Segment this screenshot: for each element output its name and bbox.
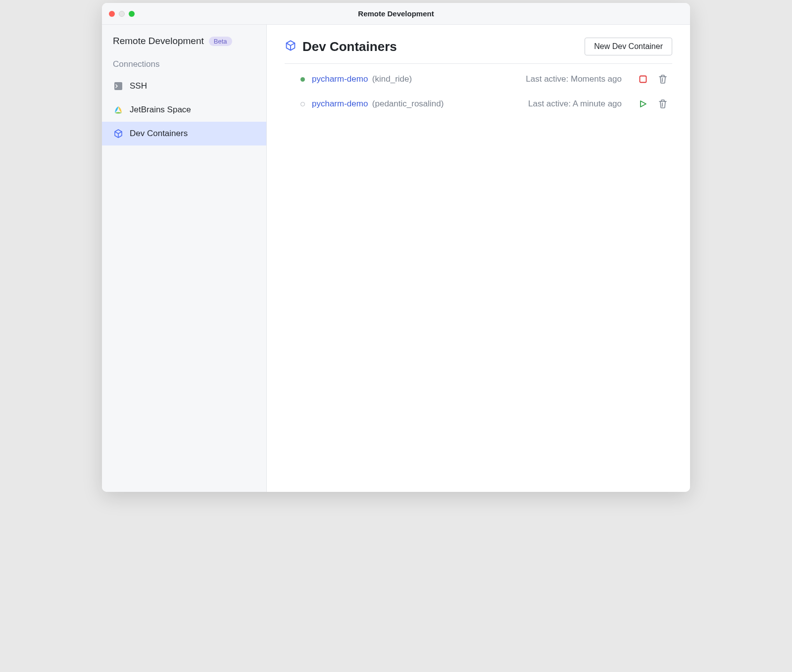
row-actions	[638, 98, 668, 109]
new-dev-container-button[interactable]: New Dev Container	[585, 38, 672, 55]
container-subname: (pedantic_rosalind)	[372, 99, 444, 108]
svg-rect-1	[640, 76, 646, 83]
run-container-button[interactable]	[638, 98, 648, 109]
window-body: Remote Development Beta Connections SSH	[102, 25, 690, 492]
container-row[interactable]: pycharm-demo (kind_ride) Last active: Mo…	[285, 67, 672, 92]
last-active-label: Last active: Moments ago	[526, 74, 622, 84]
container-subname: (kind_ride)	[372, 74, 412, 84]
sidebar-section-label: Connections	[102, 53, 266, 74]
trash-icon	[658, 74, 667, 84]
stop-container-button[interactable]	[638, 74, 648, 85]
sidebar-item-label: Dev Containers	[130, 129, 188, 139]
container-row[interactable]: pycharm-demo (pedantic_rosalind) Last ac…	[285, 92, 672, 116]
sidebar-title: Remote Development	[113, 36, 204, 47]
sidebar-item-label: SSH	[130, 81, 147, 91]
divider	[285, 63, 672, 64]
window-close-button[interactable]	[109, 11, 115, 17]
svg-rect-0	[114, 82, 122, 90]
main-content: Dev Containers New Dev Container pycharm…	[267, 25, 690, 492]
cube-icon	[113, 128, 124, 139]
trash-icon	[658, 99, 667, 109]
terminal-icon	[113, 81, 124, 92]
main-header: Dev Containers New Dev Container	[285, 38, 672, 55]
status-dot-running-icon	[300, 77, 305, 82]
sidebar: Remote Development Beta Connections SSH	[102, 25, 267, 492]
window-title: Remote Development	[102, 9, 690, 18]
window-maximize-button[interactable]	[129, 11, 135, 17]
play-icon	[639, 99, 647, 108]
sidebar-item-jetbrains-space[interactable]: JetBrains Space	[102, 98, 266, 122]
sidebar-item-dev-containers[interactable]: Dev Containers	[102, 122, 266, 145]
cube-icon	[285, 40, 297, 53]
last-active-label: Last active: A minute ago	[528, 99, 622, 109]
space-icon	[113, 104, 124, 115]
stop-icon	[639, 75, 647, 84]
sidebar-item-label: JetBrains Space	[130, 105, 191, 115]
delete-container-button[interactable]	[657, 98, 668, 109]
sidebar-item-ssh[interactable]: SSH	[102, 74, 266, 98]
delete-container-button[interactable]	[657, 74, 668, 85]
row-actions	[638, 74, 668, 85]
window-controls	[102, 11, 135, 17]
sidebar-header: Remote Development Beta	[102, 25, 266, 53]
page-title: Dev Containers	[302, 39, 397, 54]
status-dot-stopped-icon	[300, 102, 305, 106]
app-window: Remote Development Remote Development Be…	[102, 3, 690, 492]
main-heading: Dev Containers	[285, 39, 397, 54]
beta-badge: Beta	[209, 37, 232, 46]
container-name-link[interactable]: pycharm-demo	[312, 99, 368, 108]
titlebar: Remote Development	[102, 3, 690, 25]
window-minimize-button[interactable]	[119, 11, 125, 17]
container-name-link[interactable]: pycharm-demo	[312, 74, 368, 84]
